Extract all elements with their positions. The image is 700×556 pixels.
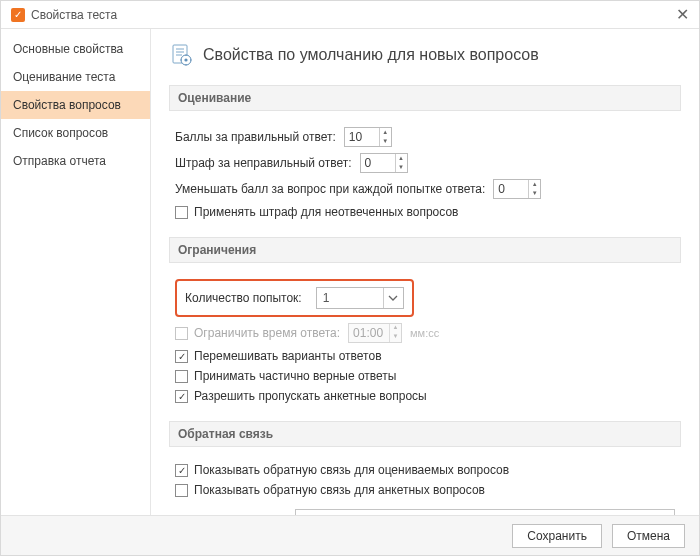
correct-points-label: Баллы за правильный ответ: [175,130,336,144]
save-button[interactable]: Сохранить [512,524,602,548]
attempts-label: Количество попыток: [185,291,302,305]
partial-label: Принимать частично верные ответы [194,369,396,383]
show-survey-label: Показывать обратную связь для анкетных в… [194,483,485,497]
checkbox-icon [175,327,188,340]
sidebar-item-report[interactable]: Отправка отчета [1,147,150,175]
correct-points-input[interactable] [345,128,379,146]
section-title-feedback: Обратная связь [169,421,681,447]
attempts-combo[interactable] [316,287,404,309]
up-icon: ▲ [390,324,401,333]
penalty-stepper[interactable]: ▲▼ [360,153,408,173]
decrease-input[interactable] [494,180,528,198]
partial-checkbox[interactable]: Принимать частично верные ответы [175,369,396,383]
limit-time-label: Ограничить время ответа: [194,326,340,340]
section-title-scoring: Оценивание [169,85,681,111]
penalty-label: Штраф за неправильный ответ: [175,156,352,170]
show-graded-label: Показывать обратную связь для оцениваемы… [194,463,509,477]
sidebar-item-question-props[interactable]: Свойства вопросов [1,91,150,119]
decrease-label: Уменьшать балл за вопрос при каждой попы… [175,182,485,196]
up-icon[interactable]: ▲ [529,180,540,189]
checkbox-icon [175,484,188,497]
page-icon [169,43,193,67]
app-icon: ✓ [11,8,25,22]
fb-correct-label: Верно: [175,513,285,515]
checkbox-icon [175,370,188,383]
skip-survey-label: Разрешить пропускать анкетные вопросы [194,389,427,403]
shuffle-label: Перемешивать варианты ответов [194,349,382,363]
page-title: Свойства по умолчанию для новых вопросов [203,46,539,64]
up-icon[interactable]: ▲ [396,154,407,163]
show-graded-checkbox[interactable]: Показывать обратную связь для оцениваемы… [175,463,509,477]
penalty-input[interactable] [361,154,395,172]
checkbox-icon [175,206,188,219]
titlebar: ✓ Свойства теста ✕ [1,1,699,29]
down-icon[interactable]: ▼ [529,189,540,198]
footer: Сохранить Отмена [1,515,699,555]
window-title: Свойства теста [31,8,117,22]
limit-time-checkbox[interactable]: Ограничить время ответа: [175,326,340,340]
sidebar: Основные свойства Оценивание теста Свойс… [1,29,151,515]
limit-time-input[interactable] [349,324,389,342]
skip-survey-checkbox[interactable]: Разрешить пропускать анкетные вопросы [175,389,427,403]
sidebar-item-basic[interactable]: Основные свойства [1,35,150,63]
fb-correct-input[interactable] [295,509,675,515]
checkbox-icon [175,390,188,403]
attempts-input[interactable] [317,288,383,308]
show-survey-checkbox[interactable]: Показывать обратную связь для анкетных в… [175,483,485,497]
svg-point-5 [184,58,187,61]
attempts-highlight: Количество попыток: [175,279,414,317]
shuffle-checkbox[interactable]: Перемешивать варианты ответов [175,349,382,363]
down-icon[interactable]: ▼ [396,163,407,172]
close-icon[interactable]: ✕ [676,7,689,23]
apply-penalty-label: Применять штраф для неотвеченных вопросо… [194,205,458,219]
apply-penalty-checkbox[interactable]: Применять штраф для неотвеченных вопросо… [175,205,458,219]
chevron-down-icon[interactable] [383,288,403,308]
down-icon[interactable]: ▼ [380,137,391,146]
content-scroll[interactable]: Оценивание Баллы за правильный ответ: ▲▼… [151,77,699,515]
limit-time-stepper[interactable]: ▲▼ [348,323,402,343]
checkbox-icon [175,464,188,477]
limit-time-hint: мм:cc [410,327,439,339]
sidebar-item-question-list[interactable]: Список вопросов [1,119,150,147]
decrease-stepper[interactable]: ▲▼ [493,179,541,199]
correct-points-stepper[interactable]: ▲▼ [344,127,392,147]
down-icon: ▼ [390,333,401,342]
checkbox-icon [175,350,188,363]
up-icon[interactable]: ▲ [380,128,391,137]
section-title-limits: Ограничения [169,237,681,263]
sidebar-item-grading[interactable]: Оценивание теста [1,63,150,91]
cancel-button[interactable]: Отмена [612,524,685,548]
